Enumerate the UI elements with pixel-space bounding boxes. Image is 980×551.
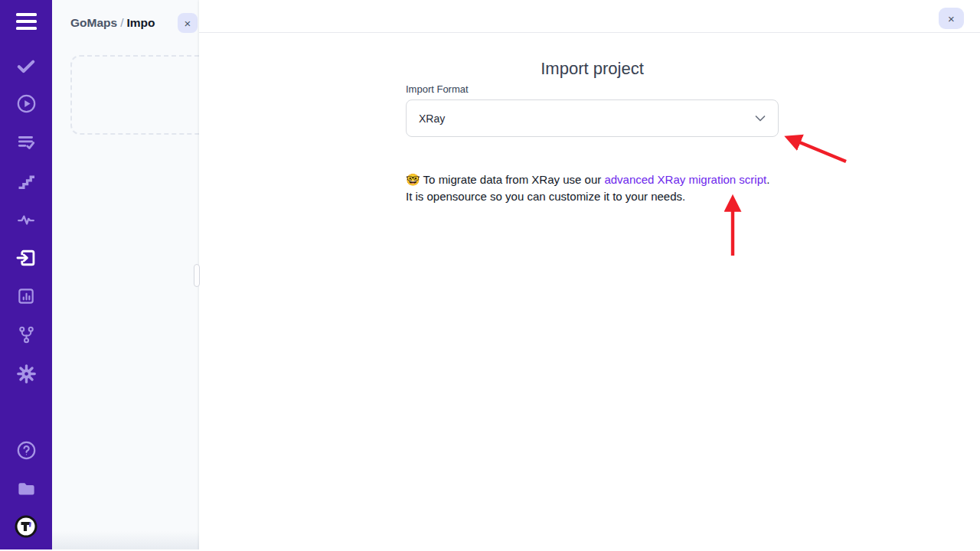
note-text-suffix: . — [766, 173, 769, 186]
note-line2: It is opensource so you can customize it… — [406, 190, 685, 203]
sidebar-item-runs[interactable] — [15, 93, 37, 114]
sidebar-item-tests[interactable] — [15, 55, 37, 77]
sidebar-item-branches[interactable] — [15, 324, 37, 345]
check-icon — [16, 56, 36, 76]
import-format-label: Import Format — [406, 83, 469, 95]
bar-chart-icon — [16, 286, 36, 306]
breadcrumb-project[interactable]: GoMaps — [70, 16, 117, 29]
select-value: XRay — [407, 112, 445, 125]
sidebar — [0, 0, 52, 551]
close-icon: × — [185, 18, 191, 29]
sidebar-item-settings[interactable] — [15, 363, 37, 384]
import-modal: × Import project Import Format XRay 🤓 To… — [199, 0, 980, 551]
migration-note: 🤓 To migrate data from XRay use our adva… — [406, 171, 789, 205]
folder-icon — [16, 478, 37, 499]
sidebar-item-import[interactable] — [15, 247, 37, 269]
breadcrumb-separator: / — [117, 16, 126, 29]
sidebar-item-test-plans[interactable] — [15, 132, 37, 153]
page-title: Import project — [406, 59, 779, 79]
modal-close-button[interactable]: × — [939, 8, 964, 29]
import-icon — [15, 247, 37, 269]
menu-icon — [16, 13, 37, 30]
sidebar-item-reports[interactable] — [15, 285, 37, 307]
import-format-select[interactable]: XRay — [406, 99, 779, 137]
play-circle-icon — [16, 93, 37, 114]
panel-resize-handle[interactable] — [194, 264, 200, 287]
close-icon: × — [948, 13, 955, 24]
sidebar-item-analytics[interactable] — [15, 209, 37, 230]
app-logo-button[interactable] — [15, 516, 37, 537]
logo-icon — [15, 515, 38, 538]
gear-icon — [16, 364, 37, 384]
question-icon — [16, 440, 37, 461]
sidebar-item-steps[interactable] — [15, 171, 37, 192]
modal-header: × — [199, 0, 980, 33]
list-check-icon — [16, 132, 36, 152]
emoji-icon: 🤓 — [406, 173, 420, 186]
menu-button[interactable] — [15, 11, 37, 32]
note-text-prefix: To migrate data from XRay use our — [420, 173, 605, 186]
sidebar-item-projects[interactable] — [15, 478, 37, 499]
breadcrumb: GoMaps/Impo — [70, 16, 155, 30]
panel-close-button[interactable]: × — [178, 13, 198, 33]
migration-script-link[interactable]: advanced XRay migration script — [604, 173, 766, 186]
git-fork-icon — [17, 325, 36, 344]
project-panel: GoMaps/Impo — [52, 0, 199, 551]
pulse-icon — [16, 210, 36, 230]
stairs-icon — [17, 172, 36, 191]
chevron-down-icon — [755, 115, 766, 122]
breadcrumb-page: Impo — [126, 16, 155, 29]
sidebar-item-help[interactable] — [15, 439, 37, 461]
